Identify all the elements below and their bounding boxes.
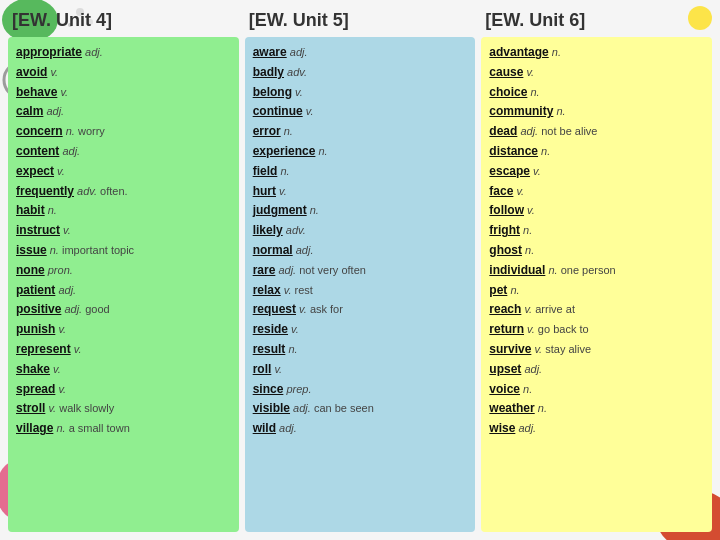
word-pos: adj. (55, 284, 76, 296)
word-pos: adj. (293, 244, 314, 256)
word-pos: v. (71, 343, 82, 355)
word-item: cause v. (489, 63, 704, 83)
word-item: pet n. (489, 281, 704, 301)
vocabulary-word: roll (253, 362, 272, 376)
word-definition: ask for (307, 303, 343, 315)
word-item: shake v. (16, 360, 231, 380)
word-pos: v. (276, 185, 287, 197)
word-item: wild adj. (253, 419, 468, 439)
word-list-1: appropriate adj.avoid v.behave v.calm ad… (8, 37, 239, 532)
vocabulary-word: none (16, 263, 45, 277)
word-item: dead adj. not be alive (489, 122, 704, 142)
vocabulary-word: punish (16, 322, 55, 336)
vocabulary-word: rare (253, 263, 276, 277)
word-item: avoid v. (16, 63, 231, 83)
word-item: voice n. (489, 380, 704, 400)
vocabulary-word: normal (253, 243, 293, 257)
vocabulary-word: patient (16, 283, 55, 297)
vocabulary-word: choice (489, 85, 527, 99)
word-pos: v. (60, 224, 71, 236)
word-pos: adj. (515, 422, 536, 434)
vocabulary-word: continue (253, 104, 303, 118)
word-item: survive v. stay alive (489, 340, 704, 360)
vocabulary-word: badly (253, 65, 284, 79)
word-pos: adj. (43, 105, 64, 117)
word-item: community n. (489, 102, 704, 122)
vocabulary-word: individual (489, 263, 545, 277)
vocabulary-word: reside (253, 322, 288, 336)
vocabulary-word: return (489, 322, 524, 336)
word-pos: v. (292, 86, 303, 98)
word-pos: adj. (287, 46, 308, 58)
word-item: appropriate adj. (16, 43, 231, 63)
word-item: reach v. arrive at (489, 300, 704, 320)
word-definition: rest (292, 284, 313, 296)
word-pos: n. (277, 165, 289, 177)
word-pos: adj. (275, 264, 296, 276)
vocabulary-word: wild (253, 421, 276, 435)
vocabulary-word: relax (253, 283, 281, 297)
word-definition: go back to (535, 323, 589, 335)
word-item: error n. (253, 122, 468, 142)
word-pos: adj. (59, 145, 80, 157)
vocabulary-word: content (16, 144, 59, 158)
vocabulary-word: village (16, 421, 53, 435)
word-item: distance n. (489, 142, 704, 162)
vocabulary-word: community (489, 104, 553, 118)
vocabulary-word: frequently (16, 184, 74, 198)
word-pos: n. (315, 145, 327, 157)
word-item: belong v. (253, 83, 468, 103)
word-pos: pron. (45, 264, 73, 276)
word-item: calm adj. (16, 102, 231, 122)
vocabulary-word: survive (489, 342, 531, 356)
vocabulary-word: concern (16, 124, 63, 138)
word-pos: v. (523, 66, 534, 78)
word-pos: n. (281, 125, 293, 137)
word-item: positive adj. good (16, 300, 231, 320)
word-item: visible adj. can be seen (253, 399, 468, 419)
word-item: normal adj. (253, 241, 468, 261)
vocabulary-word: pet (489, 283, 507, 297)
word-pos: adv. (284, 66, 307, 78)
word-item: frequently adv. often. (16, 182, 231, 202)
vocabulary-word: dead (489, 124, 517, 138)
word-item: upset adj. (489, 360, 704, 380)
vocabulary-word: calm (16, 104, 43, 118)
word-item: fright n. (489, 221, 704, 241)
word-item: result n. (253, 340, 468, 360)
word-item: continue v. (253, 102, 468, 122)
vocabulary-word: spread (16, 382, 55, 396)
vocabulary-word: request (253, 302, 296, 316)
word-pos: v. (288, 323, 299, 335)
word-pos: n. (553, 105, 565, 117)
word-definition: worry (75, 125, 105, 137)
word-item: spread v. (16, 380, 231, 400)
column-header-1: [EW. Unit 4] (8, 10, 239, 31)
vocabulary-word: cause (489, 65, 523, 79)
vocabulary-word: reach (489, 302, 521, 316)
word-pos: adj. (517, 125, 538, 137)
vocabulary-word: follow (489, 203, 524, 217)
word-pos: n. (549, 46, 561, 58)
vocabulary-word: habit (16, 203, 45, 217)
word-pos: n. (307, 204, 319, 216)
vocabulary-word: belong (253, 85, 292, 99)
word-item: behave v. (16, 83, 231, 103)
vocabulary-word: instruct (16, 223, 60, 237)
word-definition: arrive at (532, 303, 575, 315)
word-pos: v. (55, 383, 66, 395)
word-pos: adj. (521, 363, 542, 375)
word-item: face v. (489, 182, 704, 202)
vocabulary-word: judgment (253, 203, 307, 217)
word-item: advantage n. (489, 43, 704, 63)
vocabulary-word: wise (489, 421, 515, 435)
word-item: follow v. (489, 201, 704, 221)
word-pos: n. (47, 244, 59, 256)
word-item: issue n. important topic (16, 241, 231, 261)
vocabulary-word: ghost (489, 243, 522, 257)
word-pos: n. (45, 204, 57, 216)
word-pos: n. (520, 224, 532, 236)
word-definition: often. (97, 185, 128, 197)
vocabulary-word: error (253, 124, 281, 138)
word-pos: n. (538, 145, 550, 157)
